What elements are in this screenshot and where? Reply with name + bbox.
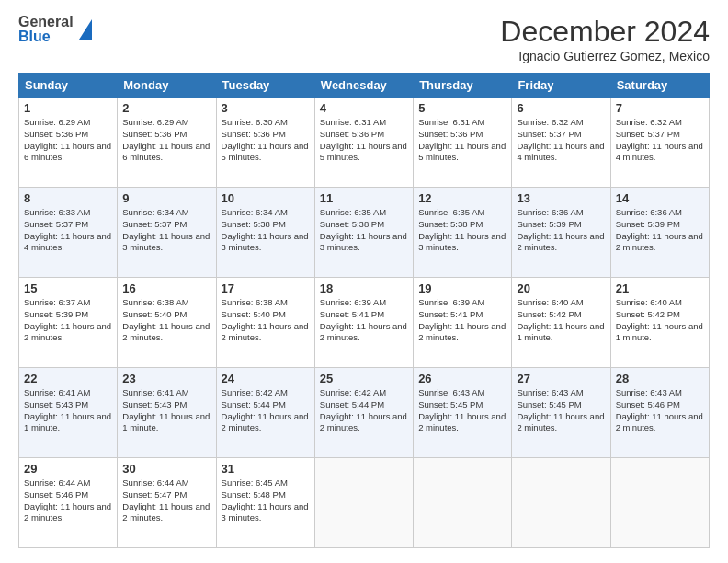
day-info: Sunrise: 6:40 AMSunset: 5:42 PMDaylight:… <box>616 297 703 342</box>
day-number: 20 <box>517 282 605 295</box>
table-row: 18 Sunrise: 6:39 AMSunset: 5:41 PMDaylig… <box>314 278 413 368</box>
table-row: 26 Sunrise: 6:43 AMSunset: 5:45 PMDaylig… <box>414 368 512 458</box>
day-number: 27 <box>517 372 605 385</box>
col-sunday: Sunday <box>19 74 118 98</box>
table-row: 7 Sunrise: 6:32 AMSunset: 5:37 PMDayligh… <box>610 98 709 188</box>
day-number: 12 <box>418 191 506 205</box>
table-row: 5 Sunrise: 6:31 AMSunset: 5:36 PMDayligh… <box>414 98 512 188</box>
day-number: 24 <box>222 372 310 385</box>
day-info: Sunrise: 6:35 AMSunset: 5:38 PMDaylight:… <box>418 207 506 252</box>
calendar-week-row: 29 Sunrise: 6:44 AMSunset: 5:46 PMDaylig… <box>19 458 710 548</box>
table-row: 29 Sunrise: 6:44 AMSunset: 5:46 PMDaylig… <box>19 458 118 548</box>
calendar-week-row: 1 Sunrise: 6:29 AMSunset: 5:36 PMDayligh… <box>19 98 710 188</box>
day-info: Sunrise: 6:39 AMSunset: 5:41 PMDaylight:… <box>320 297 407 342</box>
day-number: 29 <box>24 462 112 476</box>
logo-text: General Blue <box>18 15 74 44</box>
table-row: 1 Sunrise: 6:29 AMSunset: 5:36 PMDayligh… <box>19 98 118 188</box>
table-row: 3 Sunrise: 6:30 AMSunset: 5:36 PMDayligh… <box>216 98 314 188</box>
day-info: Sunrise: 6:35 AMSunset: 5:38 PMDaylight:… <box>320 207 407 252</box>
table-row: 23 Sunrise: 6:41 AMSunset: 5:43 PMDaylig… <box>118 368 216 458</box>
day-number: 16 <box>122 282 210 295</box>
day-info: Sunrise: 6:31 AMSunset: 5:36 PMDaylight:… <box>320 117 407 162</box>
calendar-table: Sunday Monday Tuesday Wednesday Thursday… <box>18 73 710 548</box>
logo-triangle-icon <box>79 19 92 40</box>
day-number: 1 <box>24 101 112 115</box>
day-number: 8 <box>24 191 112 205</box>
day-number: 14 <box>616 191 704 205</box>
day-info: Sunrise: 6:31 AMSunset: 5:36 PMDaylight:… <box>418 117 506 162</box>
page: General Blue December 2024 Ignacio Gutie… <box>0 0 728 563</box>
day-number: 31 <box>222 462 310 476</box>
day-number: 26 <box>418 372 506 385</box>
table-row: 13 Sunrise: 6:36 AMSunset: 5:39 PMDaylig… <box>512 188 610 278</box>
day-number: 7 <box>616 101 704 115</box>
table-row: 9 Sunrise: 6:34 AMSunset: 5:37 PMDayligh… <box>118 188 216 278</box>
table-row: 15 Sunrise: 6:37 AMSunset: 5:39 PMDaylig… <box>19 278 118 368</box>
logo: General Blue <box>18 15 92 44</box>
day-number: 3 <box>222 101 310 115</box>
day-info: Sunrise: 6:39 AMSunset: 5:41 PMDaylight:… <box>418 297 506 342</box>
calendar-header-row: Sunday Monday Tuesday Wednesday Thursday… <box>19 74 710 98</box>
day-number: 21 <box>616 282 704 295</box>
table-row: 8 Sunrise: 6:33 AMSunset: 5:37 PMDayligh… <box>19 188 118 278</box>
calendar-week-row: 22 Sunrise: 6:41 AMSunset: 5:43 PMDaylig… <box>19 368 710 458</box>
subtitle: Ignacio Gutierrez Gomez, Mexico <box>500 49 710 63</box>
table-row: 10 Sunrise: 6:34 AMSunset: 5:38 PMDaylig… <box>216 188 314 278</box>
col-wednesday: Wednesday <box>314 74 413 98</box>
day-info: Sunrise: 6:36 AMSunset: 5:39 PMDaylight:… <box>517 207 604 252</box>
day-number: 28 <box>616 372 704 385</box>
day-info: Sunrise: 6:33 AMSunset: 5:37 PMDaylight:… <box>24 207 111 252</box>
table-row: 6 Sunrise: 6:32 AMSunset: 5:37 PMDayligh… <box>512 98 610 188</box>
table-row: 4 Sunrise: 6:31 AMSunset: 5:36 PMDayligh… <box>314 98 413 188</box>
day-info: Sunrise: 6:38 AMSunset: 5:40 PMDaylight:… <box>222 297 309 342</box>
table-row: 31 Sunrise: 6:45 AMSunset: 5:48 PMDaylig… <box>216 458 314 548</box>
table-row: 25 Sunrise: 6:42 AMSunset: 5:44 PMDaylig… <box>314 368 413 458</box>
table-row: 27 Sunrise: 6:43 AMSunset: 5:45 PMDaylig… <box>512 368 610 458</box>
col-tuesday: Tuesday <box>216 74 314 98</box>
table-row: 11 Sunrise: 6:35 AMSunset: 5:38 PMDaylig… <box>314 188 413 278</box>
day-info: Sunrise: 6:44 AMSunset: 5:46 PMDaylight:… <box>24 477 111 523</box>
col-saturday: Saturday <box>610 74 709 98</box>
day-number: 22 <box>24 372 112 385</box>
day-number: 18 <box>320 282 408 295</box>
col-friday: Friday <box>512 74 610 98</box>
table-row: 21 Sunrise: 6:40 AMSunset: 5:42 PMDaylig… <box>610 278 709 368</box>
day-number: 4 <box>320 101 408 115</box>
table-row: 12 Sunrise: 6:35 AMSunset: 5:38 PMDaylig… <box>414 188 512 278</box>
title-block: December 2024 Ignacio Gutierrez Gomez, M… <box>500 15 710 63</box>
day-info: Sunrise: 6:29 AMSunset: 5:36 PMDaylight:… <box>122 117 210 162</box>
day-info: Sunrise: 6:30 AMSunset: 5:36 PMDaylight:… <box>222 117 309 162</box>
day-info: Sunrise: 6:43 AMSunset: 5:46 PMDaylight:… <box>616 387 703 432</box>
table-row: 2 Sunrise: 6:29 AMSunset: 5:36 PMDayligh… <box>118 98 216 188</box>
table-row <box>512 458 610 548</box>
table-row: 17 Sunrise: 6:38 AMSunset: 5:40 PMDaylig… <box>216 278 314 368</box>
calendar-week-row: 15 Sunrise: 6:37 AMSunset: 5:39 PMDaylig… <box>19 278 710 368</box>
day-info: Sunrise: 6:34 AMSunset: 5:37 PMDaylight:… <box>122 207 210 252</box>
day-info: Sunrise: 6:44 AMSunset: 5:47 PMDaylight:… <box>122 477 210 523</box>
day-info: Sunrise: 6:29 AMSunset: 5:36 PMDaylight:… <box>24 117 111 162</box>
day-info: Sunrise: 6:32 AMSunset: 5:37 PMDaylight:… <box>616 117 703 162</box>
day-number: 30 <box>122 462 210 476</box>
day-number: 19 <box>418 282 506 295</box>
table-row: 14 Sunrise: 6:36 AMSunset: 5:39 PMDaylig… <box>610 188 709 278</box>
day-info: Sunrise: 6:41 AMSunset: 5:43 PMDaylight:… <box>24 387 111 432</box>
day-number: 2 <box>122 101 210 115</box>
day-number: 23 <box>122 372 210 385</box>
day-number: 17 <box>222 282 310 295</box>
day-number: 10 <box>222 191 310 205</box>
day-info: Sunrise: 6:41 AMSunset: 5:43 PMDaylight:… <box>122 387 210 432</box>
logo-general: General <box>18 15 74 29</box>
day-info: Sunrise: 6:32 AMSunset: 5:37 PMDaylight:… <box>517 117 604 162</box>
header: General Blue December 2024 Ignacio Gutie… <box>18 15 710 63</box>
table-row <box>314 458 413 548</box>
day-info: Sunrise: 6:43 AMSunset: 5:45 PMDaylight:… <box>418 387 506 432</box>
table-row: 19 Sunrise: 6:39 AMSunset: 5:41 PMDaylig… <box>414 278 512 368</box>
day-number: 25 <box>320 372 408 385</box>
table-row <box>414 458 512 548</box>
day-number: 5 <box>418 101 506 115</box>
table-row: 28 Sunrise: 6:43 AMSunset: 5:46 PMDaylig… <box>610 368 709 458</box>
logo-blue: Blue <box>18 29 74 44</box>
col-monday: Monday <box>118 74 216 98</box>
table-row <box>610 458 709 548</box>
day-info: Sunrise: 6:40 AMSunset: 5:42 PMDaylight:… <box>517 297 604 342</box>
